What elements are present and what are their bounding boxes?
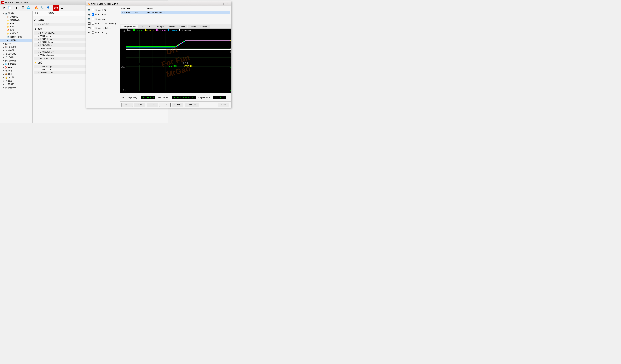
icon-dmi: 📁 — [7, 22, 10, 25]
sidebar-item-motherboard[interactable]: ▶ 🔲 主板 — [0, 42, 32, 45]
tab-powers[interactable]: Powers — [166, 25, 177, 29]
stress-cache-checkbox[interactable] — [92, 18, 94, 20]
sidebar-item-config[interactable]: ▶ ⚙ 配置 — [0, 79, 32, 83]
sidebar-item-computer-name[interactable]: 📁 计算机名称 — [0, 18, 32, 22]
sidebar-item-overclock[interactable]: 🔥 超频 — [0, 29, 32, 32]
cpu-ia-cores-label: CPU IA Cores — [40, 38, 52, 40]
sidebar-item-os[interactable]: ▶ 🪟 操作系统 — [0, 45, 32, 49]
tab-clocks[interactable]: Clocks — [177, 25, 187, 29]
sidebar-item-portable[interactable]: 💻 便携式计算机 — [0, 35, 32, 39]
stress-gpu-option: 🖥 Stress GPU(s) — [87, 31, 118, 34]
toolbar-divider-3 — [52, 6, 52, 10]
sidebar-item-computer[interactable]: ▼ 💻 计算机 — [0, 12, 32, 15]
stress-cpu-label: Stress CPU — [95, 9, 106, 11]
sidebar-item-system-overview[interactable]: 📋 系统概述 — [0, 15, 32, 18]
arrow-powermgmt — [5, 33, 7, 34]
main-title: AIDA64 Extreme v7.20.6802 — [5, 1, 30, 3]
arrow-sensors — [5, 39, 7, 41]
save-btn[interactable]: Save — [159, 103, 171, 107]
stress-fpu-checkbox[interactable] — [92, 13, 94, 16]
refresh-btn[interactable]: ↻ — [1, 5, 6, 11]
sidebar-item-sensors[interactable]: ⏱ 传感器 — [0, 39, 32, 42]
icon-server: 🖥 — [5, 49, 8, 52]
arrow-ipmi — [5, 26, 7, 28]
label-security: 安全性 — [8, 76, 14, 79]
temperature-section-label: 温度 — [38, 28, 42, 30]
label-config: 配置 — [8, 80, 12, 82]
log-row-1[interactable]: 2025/1/26 12:01:40 Stability Test: Start… — [121, 11, 230, 14]
sidebar-item-software[interactable]: ▶ 📦 软件 — [0, 72, 32, 76]
log-status-1: Stability Test: Started — [147, 12, 230, 14]
sidebar-item-network[interactable]: ▶ 🌐 网络设备 — [0, 62, 32, 66]
maximize-btn[interactable]: □ — [221, 2, 225, 6]
tab-cooling-fans[interactable]: Cooling Fans — [138, 25, 154, 29]
tab-voltages[interactable]: Voltages — [154, 25, 166, 29]
stress-cpu-icon: 💻 — [87, 8, 91, 12]
app-icon: 64 — [1, 1, 4, 4]
timer-btn[interactable]: ⏱ — [60, 5, 65, 11]
elapsed-time-label: Elapsed Time: — [198, 96, 211, 99]
preferences-btn[interactable]: Preferences — [185, 103, 199, 107]
memory-btn[interactable]: 🔲 — [20, 5, 26, 11]
svg-rect-21 — [133, 29, 135, 31]
sidebar-item-storage[interactable]: ▶ 💾 存储设备 — [0, 59, 32, 62]
sidebar-item-multimedia[interactable]: ▶ 🎵 多媒体 — [0, 56, 32, 59]
label-network: 网络设备 — [8, 63, 16, 66]
svg-rect-23 — [145, 29, 146, 31]
cpuid-btn[interactable]: CPUID — [172, 103, 183, 107]
preferences-btn[interactable]: 🖥 — [15, 5, 20, 11]
sidebar-item-server[interactable]: ▶ 🖥 服务器 — [0, 49, 32, 52]
icon-config: ⚙ — [5, 80, 8, 82]
label-software: 软件 — [8, 73, 12, 75]
stress-memory-checkbox[interactable] — [92, 22, 94, 25]
stability-window: 🔥 System Stability Test - AIDA64 ─ □ ✕ 💻… — [86, 1, 231, 108]
stress-gpu-checkbox[interactable] — [92, 31, 94, 34]
sidebar-item-directx[interactable]: ▶ ❌ DirectX — [0, 66, 32, 69]
svg-text:79: 79 — [230, 40, 231, 42]
sidebar-item-database[interactable]: ▶ 🗄 数据库 — [0, 83, 32, 86]
icon-computer: 💻 — [5, 12, 8, 15]
tab-unified[interactable]: Unified — [188, 25, 198, 29]
sidebar-item-power-mgmt[interactable]: 📁 电源管理 — [0, 32, 32, 35]
stop-btn[interactable]: Stop — [134, 103, 145, 107]
close-window-btn[interactable]: ✕ — [225, 2, 229, 6]
close-btn[interactable]: Close — [218, 103, 229, 107]
sidebar-item-security[interactable]: ▶ 🔒 安全性 — [0, 76, 32, 79]
label-powermgmt: 电源管理 — [10, 32, 18, 35]
sidebar-item-dmi[interactable]: 📁 DMI — [0, 22, 32, 25]
user-btn[interactable]: 👤 — [45, 5, 51, 11]
label-dmi: DMI — [10, 22, 14, 25]
log-time-1: 2025/1/26 12:01:40 — [121, 12, 147, 14]
usage-chart-svg: 100% 0% CPU Usage | CPU Throttling 100% … — [120, 64, 231, 93]
sidebar-item-ipmi[interactable]: 📁 IPMI — [0, 25, 32, 29]
minimize-btn[interactable]: ─ — [216, 2, 220, 6]
sidebar-item-display[interactable]: ▶ 🖥 显示设备 — [0, 52, 32, 56]
report-btn[interactable]: 📄 — [7, 5, 12, 11]
chart-area: 100 0 — [120, 29, 231, 93]
tab-statistics[interactable]: Statistics — [198, 25, 210, 29]
clear-btn[interactable]: Clear — [147, 103, 158, 107]
svg-rect-25 — [156, 29, 157, 31]
panel-col1: 项目 — [34, 12, 38, 15]
stress-disks-checkbox[interactable] — [92, 27, 94, 29]
icon-directx: ❌ — [5, 66, 8, 69]
flame-btn[interactable]: 🔥 — [34, 5, 39, 11]
osd-btn[interactable]: OSD — [53, 5, 59, 11]
stress-cpu-checkbox[interactable] — [92, 9, 94, 11]
svg-text:28: 28 — [230, 51, 231, 53]
tab-temperatures[interactable]: Temperatures — [121, 25, 138, 29]
stress-memory-label: Stress system memory — [95, 22, 116, 25]
label-overclock: 超频 — [10, 29, 14, 32]
arrow-devices: ▶ — [3, 70, 5, 72]
network-btn[interactable]: 🌐 — [26, 5, 31, 11]
stability-body: 💻 Stress CPU 💻 Stress FPU 💻 Stress cache… — [86, 6, 231, 108]
tools-btn[interactable]: 🔧 — [40, 5, 45, 11]
sidebar-item-devices[interactable]: ▶ 🔌 设备 — [0, 69, 32, 72]
start-btn[interactable]: Start — [121, 103, 133, 107]
svg-rect-27 — [168, 29, 169, 31]
svg-text:CPU Usage: CPU Usage — [169, 65, 177, 67]
temperature-section-icon: 🌡 — [34, 28, 37, 30]
sidebar-item-benchmark[interactable]: ▶ 🏁 性能测试 — [0, 86, 32, 89]
icon-computername: 📁 — [7, 19, 10, 22]
label-database: 数据库 — [8, 83, 14, 86]
